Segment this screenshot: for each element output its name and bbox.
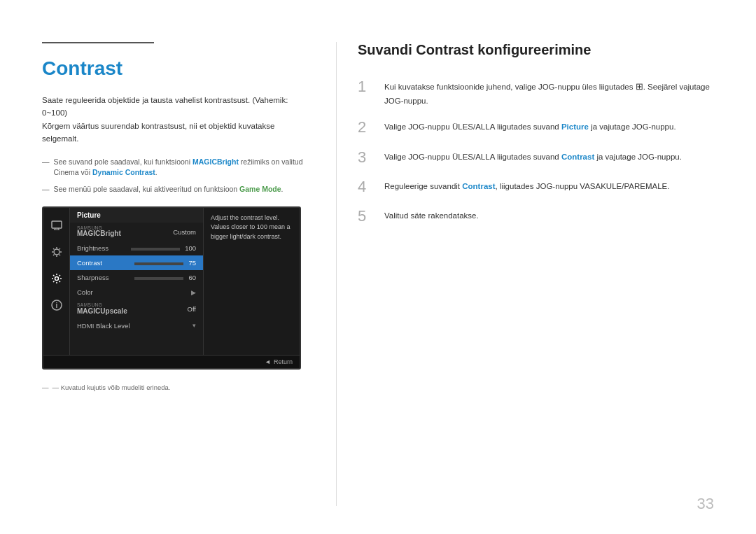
step-text-1: Kui kuvatakse funktsioonide juhend, vali… (384, 78, 714, 107)
tv-bottom-bar: ◄ Return (43, 355, 300, 368)
tv-menu-brightness: Brightness 100 (70, 241, 203, 255)
step-2: 2 Valige JOG-nuppu ÜLES/ALLA liigutades … (358, 118, 714, 136)
tv-icon-info: i (49, 297, 64, 313)
note-1: See suvand pole saadaval, kui funktsioon… (42, 157, 308, 179)
step-text-5: Valitud säte rakendatakse. (384, 207, 479, 222)
step-4: 4 Reguleerige suvandit Contrast, liiguta… (358, 178, 714, 196)
step-1: 1 Kui kuvatakse funktsioonide juhend, va… (358, 78, 714, 107)
tv-menu-header: Picture (70, 208, 203, 223)
right-column: Suvandi Contrast konfigureerimine 1 Kui … (336, 42, 714, 506)
step3-highlight: Contrast (561, 153, 594, 161)
tv-description-panel: Adjust the contrast level. Values closer… (203, 208, 300, 355)
section-title: Contrast (42, 57, 308, 80)
note-game-mode: Game Mode (239, 185, 281, 193)
tv-sidebar: i (43, 208, 70, 355)
svg-line-12 (53, 254, 55, 255)
svg-line-9 (53, 248, 55, 250)
tv-icon-settings (49, 271, 64, 286)
right-section-title: Suvandi Contrast konfigureerimine (358, 42, 714, 58)
tv-menu-sharpness: Sharpness 60 (70, 270, 203, 285)
tv-menu-magicbright: SAMSUNG MAGICBright Custom (70, 223, 203, 241)
step-number-3: 3 (358, 148, 374, 167)
step-3: 3 Valige JOG-nuppu ÜLES/ALLA liigutades … (358, 148, 714, 167)
tv-menu-hdmi: HDMI Black Level ▾ (70, 318, 203, 333)
step-number-2: 2 (358, 118, 374, 136)
description-text-1: Saate reguleerida objektide ja tausta va… (42, 94, 308, 146)
tv-icon-brightness (49, 244, 64, 260)
note-2: See menüü pole saadaval, kui aktiveeritu… (42, 184, 308, 195)
svg-line-11 (59, 248, 60, 250)
note-dynamic-contrast: Dynamic Contrast (92, 168, 155, 176)
step-text-4: Reguleerige suvandit Contrast, liigutade… (384, 178, 669, 192)
tv-icon-monitor (49, 218, 64, 233)
svg-point-13 (55, 276, 58, 280)
section-divider (42, 42, 154, 43)
svg-line-10 (59, 254, 60, 255)
tv-screen-mockup: i Picture SAMSUNG MAGICBright Custom (42, 206, 301, 370)
step-5: 5 Valitud säte rakendatakse. (358, 207, 714, 225)
tv-menu-magicupscale: SAMSUNG MAGICUpscale Off (70, 300, 203, 318)
step-text-2: Valige JOG-nuppu ÜLES/ALLA liigutades su… (384, 118, 676, 133)
svg-point-4 (54, 249, 59, 255)
step-number-5: 5 (358, 207, 374, 225)
step-text-3: Valige JOG-nuppu ÜLES/ALLA liigutades su… (384, 148, 682, 163)
note-magicbright: MAGICBright (192, 157, 239, 166)
left-column: Contrast Saate reguleerida objektide ja … (42, 42, 336, 506)
step4-highlight: Contrast (462, 182, 495, 190)
svg-rect-0 (52, 221, 62, 228)
tv-menu-panel: Picture SAMSUNG MAGICBright Custom Brigh… (70, 208, 203, 355)
tv-menu-arrow-icon: ▶ (191, 289, 196, 296)
step2-highlight: Picture (561, 122, 589, 131)
tv-return-button: ◄ Return (265, 358, 293, 365)
svg-text:i: i (55, 302, 57, 309)
tv-menu-down-icon: ▾ (192, 322, 196, 329)
step-number-4: 4 (358, 178, 374, 196)
tv-menu-color: Color ▶ (70, 285, 203, 300)
tv-menu-contrast: Contrast 75 (70, 255, 203, 270)
page-number: 33 (697, 495, 714, 513)
footnote: ― ― Kuvatud kujutis võib mudeliti erined… (42, 384, 308, 391)
step-number-1: 1 (358, 78, 374, 96)
steps-list: 1 Kui kuvatakse funktsioonide juhend, va… (358, 78, 714, 226)
